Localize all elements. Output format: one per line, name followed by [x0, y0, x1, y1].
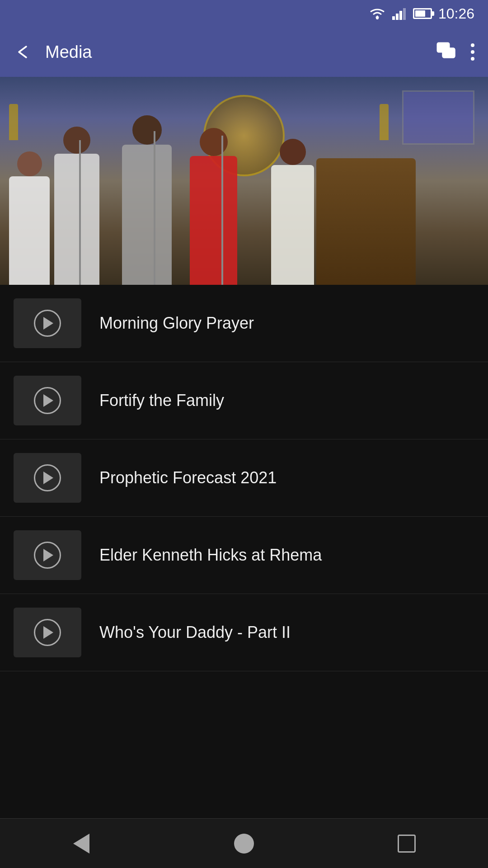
play-circle-icon-4 [34, 542, 61, 569]
signal-icon [392, 7, 407, 20]
mic-stand-1 [79, 140, 81, 285]
figure-5 [271, 139, 314, 285]
candle-2 [380, 104, 389, 140]
media-item-3[interactable]: Prophetic Forecast 2021 [0, 439, 488, 517]
candle-1 [9, 104, 18, 140]
media-item-4[interactable]: Elder Kenneth Hicks at Rhema [0, 517, 488, 594]
status-time: 10:26 [438, 5, 474, 22]
thumbnail-3 [14, 453, 81, 503]
app-bar-actions [436, 42, 474, 62]
svg-rect-4 [403, 8, 406, 20]
home-nav-button[interactable] [226, 826, 262, 862]
chat-icon[interactable] [436, 42, 457, 62]
play-circle-icon-5 [34, 619, 61, 646]
battery-icon [413, 8, 432, 19]
media-title-2: Fortify the Family [99, 390, 474, 411]
projection-screen [402, 90, 474, 145]
svg-rect-3 [399, 11, 402, 20]
wifi-icon [369, 7, 386, 20]
bottom-nav [0, 818, 488, 868]
status-icons: 10:26 [369, 5, 474, 22]
media-item-1[interactable]: Morning Glory Prayer [0, 285, 488, 362]
pulpit [316, 158, 416, 285]
svg-rect-2 [396, 14, 399, 20]
back-nav-button[interactable] [63, 826, 99, 862]
status-bar: 10:26 [0, 0, 488, 27]
mic-stand-2 [154, 131, 155, 285]
media-list: Morning Glory Prayer Fortify the Family … [0, 285, 488, 671]
media-title-4: Elder Kenneth Hicks at Rhema [99, 545, 474, 566]
recent-apps-button[interactable] [389, 826, 425, 862]
figure-2 [54, 127, 99, 285]
thumbnail-2 [14, 376, 81, 425]
play-circle-icon-1 [34, 310, 61, 337]
play-circle-icon-2 [34, 387, 61, 414]
svg-rect-7 [443, 48, 455, 57]
media-title-5: Who's Your Daddy - Part II [99, 622, 474, 643]
more-options-icon[interactable] [471, 42, 474, 62]
play-circle-icon-3 [34, 464, 61, 491]
page-title: Media [45, 42, 423, 62]
thumbnail-4 [14, 530, 81, 580]
thumbnail-5 [14, 608, 81, 657]
media-title-3: Prophetic Forecast 2021 [99, 467, 474, 489]
thumbnail-1 [14, 298, 81, 348]
media-item-5[interactable]: Who's Your Daddy - Part II [0, 594, 488, 671]
figure-4 [190, 128, 237, 285]
media-title-1: Morning Glory Prayer [99, 313, 474, 334]
svg-rect-1 [392, 16, 395, 20]
mic-stand-3 [221, 136, 223, 285]
back-button[interactable] [14, 43, 32, 61]
app-bar: Media [0, 27, 488, 77]
hero-image [0, 77, 488, 285]
figure-3 [122, 115, 172, 285]
svg-point-0 [376, 17, 379, 19]
media-item-2[interactable]: Fortify the Family [0, 362, 488, 439]
figure-1 [9, 151, 50, 285]
